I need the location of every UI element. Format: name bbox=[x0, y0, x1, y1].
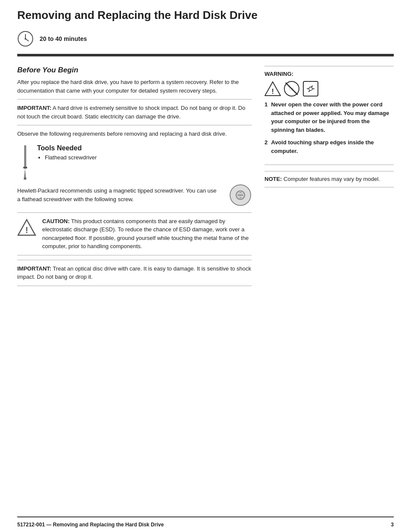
screwdriver-icon bbox=[17, 145, 33, 180]
time-row: 20 to 40 minutes bbox=[17, 27, 394, 50]
screw-image bbox=[229, 184, 252, 206]
warning-section: WARNING: ! ☞ bbox=[265, 66, 394, 165]
warning-num-1: 1 bbox=[265, 100, 268, 134]
caution-body: This product contains components that ar… bbox=[42, 218, 249, 250]
note-section: NOTE: Computer features may vary by mode… bbox=[265, 171, 394, 187]
divider-2 bbox=[17, 125, 252, 125]
footer: 517212-001 — Removing and Replacing the … bbox=[17, 516, 394, 532]
warning-list: 1 Never open the cover with the power co… bbox=[265, 100, 394, 155]
clock-icon bbox=[17, 31, 34, 47]
screw-tip-text: Hewlett-Packard recommends using a magne… bbox=[17, 187, 221, 203]
time-label: 20 to 40 minutes bbox=[40, 35, 87, 42]
important-2-block: IMPORTANT: Treat an optical disc drive w… bbox=[17, 264, 252, 281]
svg-text:!: ! bbox=[271, 87, 274, 96]
warning-num-2: 2 bbox=[265, 138, 268, 155]
warning-icons-row: ! ☞ bbox=[265, 81, 394, 97]
warning-text-2: Avoid touching sharp edges inside the co… bbox=[271, 138, 394, 155]
tools-list: Flathead screwdriver bbox=[37, 154, 97, 161]
svg-rect-7 bbox=[24, 177, 26, 180]
header-section: Removing and Replacing the Hard Disk Dri… bbox=[17, 0, 394, 55]
svg-text:!: ! bbox=[25, 225, 28, 235]
important-2-label: IMPORTANT: bbox=[17, 265, 51, 272]
screw-tip-row: Hewlett-Packard recommends using a magne… bbox=[17, 184, 252, 206]
warning-label: WARNING: bbox=[265, 71, 394, 77]
left-column: Before You Begin After you replace the h… bbox=[17, 66, 252, 516]
main-content: Before You Begin After you replace the h… bbox=[17, 66, 394, 516]
observe-text: Observe the following requirements befor… bbox=[17, 130, 252, 138]
svg-rect-5 bbox=[23, 167, 27, 168]
warning-item-2: 2 Avoid touching sharp edges inside the … bbox=[265, 138, 394, 155]
no-touch-icon: ☞ bbox=[283, 81, 300, 97]
warning-triangle-icon: ! bbox=[265, 81, 281, 97]
important-2-text: Treat an optical disc drive with care. I… bbox=[17, 265, 251, 280]
warning-text-1: Never open the cover with the power cord… bbox=[271, 100, 394, 134]
right-column: WARNING: ! ☞ bbox=[265, 66, 394, 516]
footer-right: 3 bbox=[391, 522, 394, 528]
important-1-block: IMPORTANT: A hard drive is extremely sen… bbox=[17, 104, 252, 121]
caution-text: CAUTION: This product contains component… bbox=[42, 217, 252, 251]
divider-4 bbox=[17, 286, 252, 286]
top-divider bbox=[17, 55, 394, 56]
before-you-begin-heading: Before You Begin bbox=[17, 66, 252, 75]
tools-heading: Tools Needed bbox=[37, 144, 97, 152]
note-body: Computer features may vary by model. bbox=[282, 176, 380, 182]
svg-rect-4 bbox=[24, 145, 26, 169]
page-title: Removing and Replacing the Hard Disk Dri… bbox=[17, 9, 394, 22]
footer-left: 517212-001 — Removing and Replacing the … bbox=[17, 522, 164, 528]
note-label: NOTE: bbox=[265, 176, 282, 182]
tools-content: Tools Needed Flathead screwdriver bbox=[37, 144, 97, 161]
important-1-text: A hard drive is extremely sensitive to s… bbox=[17, 105, 245, 120]
caution-label: CAUTION: bbox=[42, 218, 70, 224]
svg-point-3 bbox=[25, 38, 26, 40]
warning-item-1: 1 Never open the cover with the power co… bbox=[265, 100, 394, 134]
divider-3 bbox=[17, 260, 252, 260]
important-1-label: IMPORTANT: bbox=[17, 105, 51, 111]
caution-block: ! CAUTION: This product contains compone… bbox=[17, 212, 252, 255]
svg-rect-20 bbox=[303, 81, 318, 96]
note-text: NOTE: Computer features may vary by mode… bbox=[265, 175, 394, 184]
tools-list-item: Flathead screwdriver bbox=[45, 154, 97, 161]
svg-text:☞: ☞ bbox=[289, 86, 294, 92]
divider-1 bbox=[17, 99, 252, 100]
fan-icon bbox=[302, 81, 319, 97]
page: Removing and Replacing the Hard Disk Dri… bbox=[0, 0, 411, 532]
caution-triangle-icon: ! bbox=[17, 218, 36, 237]
tools-section: Tools Needed Flathead screwdriver bbox=[17, 144, 252, 180]
before-you-begin-intro: After you replace the hard disk drive, y… bbox=[17, 78, 252, 95]
